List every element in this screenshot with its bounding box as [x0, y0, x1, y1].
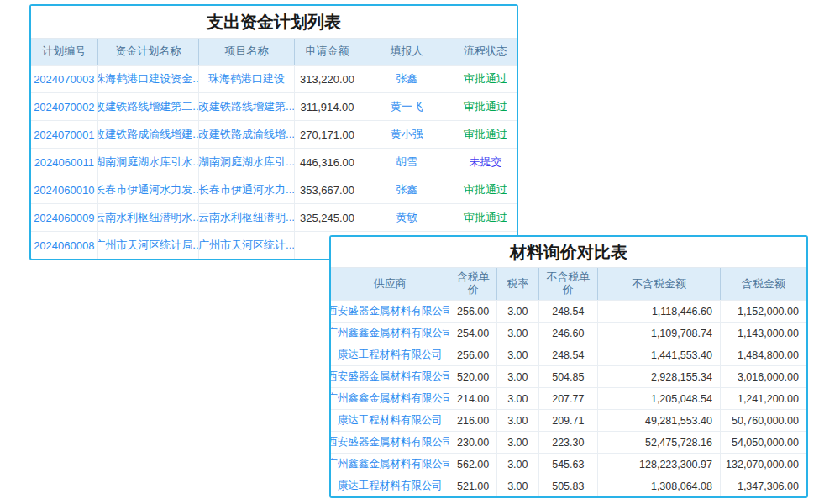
amount-with-tax-cell: 1,152,000.00: [720, 301, 806, 322]
price-without-tax-cell: 248.54: [538, 344, 597, 365]
status-label: 审批通过: [454, 93, 517, 120]
amount-without-tax-cell: 1,308,064.08: [597, 475, 720, 496]
status-label: 审批通过: [454, 176, 517, 203]
tax-rate-cell: 3.00: [496, 454, 538, 475]
amount-without-tax-cell: 128,223,300.97: [597, 454, 720, 475]
amount-without-tax-cell: 1,441,553.40: [597, 344, 720, 365]
fund-name-link[interactable]: 湖南洞庭湖水库引水...: [97, 149, 198, 176]
price-with-tax-cell: 256.00: [449, 301, 496, 322]
amount-cell: 446,316.00: [294, 149, 359, 176]
inquiry-table-row: 广州鑫鑫金属材料有限公司 254.00 3.00 246.60 1,109,70…: [331, 322, 806, 344]
inquiry-table-row: 西安盛器金属材料有限公司 230.00 3.00 223.30 52,475,7…: [331, 431, 806, 453]
material-inquiry-table-title: 材料询价对比表: [331, 237, 806, 268]
column-header-amount-without-tax: 不含税金额: [597, 268, 720, 300]
price-with-tax-cell: 254.00: [449, 323, 496, 344]
amount-cell: 311,914.00: [294, 93, 359, 120]
column-header-tax-rate: 税率: [496, 268, 538, 300]
column-header-supplier: 供应商: [331, 268, 449, 300]
price-with-tax-cell: 214.00: [449, 388, 496, 409]
supplier-link[interactable]: 西安盛器金属材料有限公司: [331, 366, 449, 387]
plan-id-link[interactable]: 2024060008: [31, 232, 97, 259]
supplier-link[interactable]: 西安盛器金属材料有限公司: [331, 432, 449, 453]
inquiry-table-row: 西安盛器金属材料有限公司 256.00 3.00 248.54 1,118,44…: [331, 300, 806, 322]
fund-name-link[interactable]: 长春市伊通河水力发...: [97, 176, 198, 203]
project-name-link[interactable]: 改建铁路成渝线增...: [198, 121, 294, 148]
column-header-amount: 申请金额: [294, 39, 359, 65]
column-header-fund-name: 资金计划名称: [97, 39, 198, 65]
plan-id-link[interactable]: 2024070002: [31, 93, 97, 120]
project-name-link[interactable]: 改建铁路线增建第...: [198, 93, 294, 120]
project-name-link[interactable]: 湖南洞庭湖水库引...: [198, 149, 294, 176]
plan-id-link[interactable]: 2024070003: [31, 66, 97, 92]
amount-cell: 313,220.00: [294, 66, 359, 92]
status-label: 审批通过: [454, 121, 517, 148]
amount-cell: 353,667.00: [294, 176, 359, 203]
column-header-price-without-tax: 不含税单价: [538, 268, 597, 300]
supplier-link[interactable]: 广州鑫鑫金属材料有限公司: [331, 323, 449, 344]
reporter-link[interactable]: 黄一飞: [360, 93, 454, 120]
inquiry-table-row: 广州鑫鑫金属材料有限公司 562.00 3.00 545.63 128,223,…: [331, 453, 806, 475]
tax-rate-cell: 3.00: [496, 475, 538, 496]
amount-with-tax-cell: 54,050,000.00: [720, 432, 806, 453]
fund-name-link[interactable]: 广州市天河区统计局...: [97, 232, 198, 259]
project-name-link[interactable]: 珠海鹤港口建设: [198, 66, 294, 92]
material-inquiry-table-header: 供应商 含税单价 税率 不含税单价 不含税金额 含税金额: [331, 268, 806, 300]
tax-rate-cell: 3.00: [496, 323, 538, 344]
plan-table-row: 2024060011 湖南洞庭湖水库引水... 湖南洞庭湖水库引... 446,…: [31, 148, 517, 176]
price-without-tax-cell: 209.71: [538, 410, 597, 431]
price-without-tax-cell: 207.77: [538, 388, 597, 409]
fund-name-link[interactable]: 改建铁路线增建第二...: [97, 93, 198, 120]
tax-rate-cell: 3.00: [496, 432, 538, 453]
inquiry-table-row: 康达工程材料有限公司 521.00 3.00 505.83 1,308,064.…: [331, 475, 806, 496]
plan-id-link[interactable]: 2024070001: [31, 121, 97, 148]
expense-plan-table-panel: 支出资金计划列表 计划编号 资金计划名称 项目名称 申请金额 填报人 流程状态 …: [29, 4, 518, 260]
price-without-tax-cell: 246.60: [538, 323, 597, 344]
material-inquiry-table-panel: 材料询价对比表 供应商 含税单价 税率 不含税单价 不含税金额 含税金额 西安盛…: [329, 235, 808, 498]
amount-with-tax-cell: 1,484,800.00: [720, 344, 806, 365]
supplier-link[interactable]: 康达工程材料有限公司: [331, 410, 449, 431]
fund-name-link[interactable]: 云南水利枢纽潜明水...: [97, 204, 198, 231]
tax-rate-cell: 3.00: [496, 366, 538, 387]
supplier-link[interactable]: 广州鑫鑫金属材料有限公司: [331, 454, 449, 475]
project-name-link[interactable]: 长春市伊通河水力...: [198, 176, 294, 203]
supplier-link[interactable]: 康达工程材料有限公司: [331, 344, 449, 365]
plan-id-link[interactable]: 2024060011: [31, 149, 97, 176]
fund-name-link[interactable]: 改建铁路成渝线增建...: [97, 121, 198, 148]
amount-with-tax-cell: 132,070,000.00: [720, 454, 806, 475]
price-without-tax-cell: 504.85: [538, 366, 597, 387]
amount-without-tax-cell: 2,928,155.34: [597, 366, 720, 387]
column-header-status: 流程状态: [454, 39, 517, 65]
amount-cell: 270,171.00: [294, 121, 359, 148]
reporter-link[interactable]: 张鑫: [360, 66, 454, 92]
reporter-link[interactable]: 黄敏: [360, 204, 454, 231]
plan-table-row: 2024060010 长春市伊通河水力发... 长春市伊通河水力... 353,…: [31, 176, 517, 203]
reporter-link[interactable]: 张鑫: [360, 176, 454, 203]
plan-id-link[interactable]: 2024060010: [31, 176, 97, 203]
amount-without-tax-cell: 1,118,446.60: [597, 301, 720, 322]
amount-without-tax-cell: 49,281,553.40: [597, 410, 720, 431]
column-header-project-name: 项目名称: [198, 39, 294, 65]
tax-rate-cell: 3.00: [496, 301, 538, 322]
amount-without-tax-cell: 1,205,048.54: [597, 388, 720, 409]
amount-with-tax-cell: 3,016,000.00: [720, 366, 806, 387]
price-with-tax-cell: 230.00: [449, 432, 496, 453]
price-without-tax-cell: 248.54: [538, 301, 597, 322]
project-name-link[interactable]: 广州市天河区统计...: [198, 232, 294, 259]
amount-with-tax-cell: 1,143,000.00: [720, 323, 806, 344]
tax-rate-cell: 3.00: [496, 410, 538, 431]
reporter-link[interactable]: 黄小强: [360, 121, 454, 148]
price-without-tax-cell: 505.83: [538, 475, 597, 496]
plan-table-row: 2024060009 云南水利枢纽潜明水... 云南水利枢纽潜明... 325,…: [31, 203, 517, 231]
price-with-tax-cell: 521.00: [449, 475, 496, 496]
expense-plan-table-title: 支出资金计划列表: [31, 6, 517, 39]
fund-name-link[interactable]: 珠海鹤港口建设资金...: [97, 66, 198, 92]
supplier-link[interactable]: 广州鑫鑫金属材料有限公司: [331, 388, 449, 409]
expense-plan-table-header: 计划编号 资金计划名称 项目名称 申请金额 填报人 流程状态: [31, 39, 517, 65]
reporter-link[interactable]: 胡雪: [360, 149, 454, 176]
plan-table-row: 2024070002 改建铁路线增建第二... 改建铁路线增建第... 311,…: [31, 92, 517, 120]
plan-id-link[interactable]: 2024060009: [31, 204, 97, 231]
column-header-amount-with-tax: 含税金额: [720, 268, 806, 300]
project-name-link[interactable]: 云南水利枢纽潜明...: [198, 204, 294, 231]
supplier-link[interactable]: 康达工程材料有限公司: [331, 475, 449, 496]
supplier-link[interactable]: 西安盛器金属材料有限公司: [331, 301, 449, 322]
